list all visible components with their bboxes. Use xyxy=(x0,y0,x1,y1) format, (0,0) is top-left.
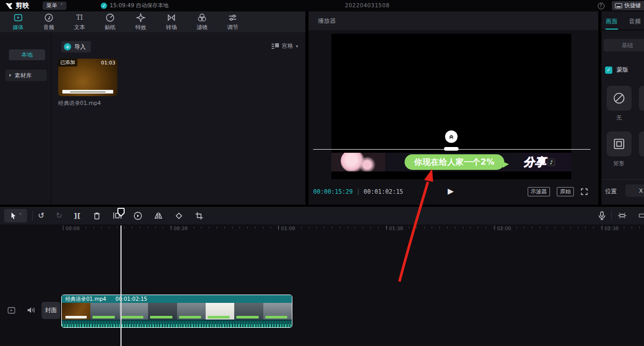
app-logo: 剪映 xyxy=(5,1,29,10)
fullscreen-icon[interactable] xyxy=(581,188,588,195)
menu-button[interactable]: 菜单 ˅ xyxy=(43,2,66,10)
tab-media-label: 媒体 xyxy=(13,24,24,31)
help-icon[interactable]: ? xyxy=(598,3,605,9)
time-separator: | xyxy=(356,188,360,195)
position-x-field[interactable]: X xyxy=(625,184,644,197)
select-tool-button[interactable]: ˅ xyxy=(4,209,27,222)
ruler-label: 01:00 xyxy=(278,225,295,231)
tab-sticker-label: 贴纸 xyxy=(105,24,116,31)
mask-checkbox[interactable]: ✓ xyxy=(605,66,612,74)
effects-icon xyxy=(136,12,146,23)
split-button[interactable]: ][ xyxy=(74,212,81,220)
reverse-icon xyxy=(133,211,142,220)
tab-text[interactable]: TI 文本 xyxy=(70,12,89,31)
timeline-toolbar-right xyxy=(598,211,644,220)
media-sidebar: 本地 素材库 xyxy=(0,32,51,205)
mask-option-partial-1[interactable] xyxy=(639,86,644,111)
clip-filmstrip xyxy=(62,303,292,320)
tab-effects[interactable]: 特效 xyxy=(131,12,151,31)
filmstrip-frame xyxy=(148,303,177,320)
mask-option-partial-2[interactable] xyxy=(639,131,644,156)
mask-none-label: 无 xyxy=(607,114,632,122)
flower-image xyxy=(331,153,385,171)
caption-bubble[interactable]: 你现在给人家一个2% xyxy=(405,154,504,170)
chevron-double-up-icon xyxy=(448,134,454,140)
rotate-button[interactable] xyxy=(175,211,183,220)
text-icon: TI xyxy=(74,12,85,23)
preview-axis-icon xyxy=(639,212,644,219)
filmstrip-frame xyxy=(263,303,292,320)
ruler-label: 01:30 xyxy=(386,225,403,231)
section-basic[interactable]: 基础 xyxy=(603,39,644,51)
ruler-label: 00:30 xyxy=(171,225,187,231)
reverse-button[interactable] xyxy=(133,211,142,220)
filmstrip-frame xyxy=(206,303,234,320)
tab-audio-settings[interactable]: 音频 xyxy=(629,18,641,25)
view-mode-dropdown[interactable]: 宫格 ▾ xyxy=(271,42,298,50)
sidebar-item-local[interactable]: 本地 xyxy=(9,49,45,60)
tab-media[interactable]: 媒体 xyxy=(8,12,28,31)
plus-icon: + xyxy=(64,43,71,50)
tab-visual[interactable]: 画面 xyxy=(606,18,618,25)
media-content: + 导入 宫格 ▾ 已添加 01:03 经典语录01.mp4 xyxy=(52,32,305,205)
share-sticker-text: 分享 xyxy=(524,155,546,169)
mirror-button[interactable] xyxy=(154,211,163,220)
tab-text-label: 文本 xyxy=(74,24,85,31)
tab-adjust[interactable]: 调节 xyxy=(223,12,243,31)
timeline-section: ˅ ↺ ↻ ][ xyxy=(0,207,644,346)
mask-option-none[interactable] xyxy=(607,86,632,111)
tab-sticker[interactable]: 贴纸 xyxy=(100,12,120,31)
snap-icon xyxy=(617,211,627,220)
timeline-ruler[interactable]: 00:00 00:30 01:00 01:30 02:00 02:30 xyxy=(0,224,644,233)
adjust-icon xyxy=(227,12,238,23)
redo-button[interactable]: ↻ xyxy=(56,212,63,220)
track-header: 封面 xyxy=(0,303,61,320)
original-button[interactable]: 原始 xyxy=(557,187,574,196)
video-preview[interactable]: 你现在给人家一个2% 分享 ♪ xyxy=(331,34,571,179)
crop-button[interactable] xyxy=(195,211,204,220)
caption-text: 你现在给人家一个2% xyxy=(414,157,494,168)
player-title: 播放器 xyxy=(318,17,336,25)
sidebar-item-library[interactable]: 素材库 xyxy=(5,70,47,81)
clip-header: 经典语录01.mp4 00:01:02:15 xyxy=(62,295,292,303)
track-preview-icon[interactable] xyxy=(7,307,16,314)
mask-option-rectangle[interactable] xyxy=(607,131,632,156)
current-time: 00:00:15:29 xyxy=(313,188,353,195)
filmstrip-frame xyxy=(234,303,263,320)
shortcuts-button[interactable]: 快捷键 xyxy=(612,1,644,10)
ruler-label: 00:00 xyxy=(63,225,79,231)
media-panel: 媒体 音频 TI 文本 贴纸 xyxy=(0,11,305,205)
sidebar-library-label: 素材库 xyxy=(15,72,32,79)
play-button[interactable]: ▶ xyxy=(448,187,454,196)
tab-adjust-label: 调节 xyxy=(227,24,238,31)
playhead-handle[interactable] xyxy=(117,207,125,218)
import-button[interactable]: + 导入 xyxy=(61,41,91,52)
record-voiceover-button[interactable] xyxy=(598,211,606,220)
crop-icon xyxy=(195,211,204,220)
svg-text:TI: TI xyxy=(76,14,83,21)
cover-button[interactable]: 封面 xyxy=(42,302,60,319)
preview-axis-button[interactable] xyxy=(639,212,644,219)
media-icon xyxy=(13,12,23,23)
undo-button[interactable]: ↺ xyxy=(38,212,45,220)
drag-handle[interactable] xyxy=(444,147,459,151)
media-item[interactable]: 已添加 01:03 经典语录01.mp4 xyxy=(58,59,117,107)
filmstrip-frame xyxy=(177,303,206,320)
mute-track-icon[interactable] xyxy=(26,306,35,314)
media-thumbnail[interactable]: 已添加 01:03 xyxy=(58,59,117,96)
caption-wrap: 你现在给人家一个2% xyxy=(385,153,524,171)
snap-toggle-button[interactable] xyxy=(617,211,627,220)
inspector-body: 基础 ✓ 蒙版 无 矩形 位置 X xyxy=(601,30,644,204)
scope-button[interactable]: 示波器 xyxy=(528,187,551,196)
playhead-line[interactable] xyxy=(120,225,122,346)
rotate-icon xyxy=(175,211,183,220)
video-clip[interactable]: 经典语录01.mp4 00:01:02:15 xyxy=(61,295,292,328)
tab-audio[interactable]: 音频 xyxy=(39,12,59,31)
collapse-button[interactable] xyxy=(445,130,458,143)
view-mode-label: 宫格 xyxy=(281,42,293,50)
timeline-toolbar: ˅ ↺ ↻ ][ xyxy=(0,207,644,224)
tab-transitions[interactable]: 转场 xyxy=(162,12,181,31)
delete-button[interactable] xyxy=(92,211,101,220)
project-title: 202204031508 xyxy=(345,2,390,8)
tab-filters[interactable]: 滤镜 xyxy=(192,12,212,31)
